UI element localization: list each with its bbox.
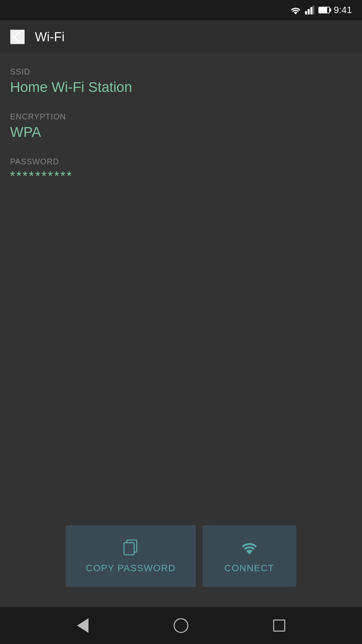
connect-button[interactable]: CONNECT bbox=[202, 525, 296, 587]
nav-home-icon bbox=[174, 618, 188, 633]
status-time: 9:41 bbox=[334, 5, 352, 15]
wifi-connect-icon bbox=[241, 539, 258, 556]
encryption-label: ENCRYPTION bbox=[10, 112, 352, 121]
navigation-bar bbox=[0, 607, 362, 644]
battery-icon bbox=[318, 7, 330, 13]
nav-back-button[interactable] bbox=[69, 612, 96, 639]
app-title: Wi-Fi bbox=[35, 30, 65, 44]
ssid-value: Home Wi-Fi Station bbox=[10, 79, 352, 95]
app-bar: Wi-Fi bbox=[0, 20, 362, 54]
signal-icon bbox=[305, 6, 314, 14]
encryption-group: ENCRYPTION WPA bbox=[10, 112, 352, 140]
status-icons: 9:41 bbox=[290, 5, 352, 15]
connect-label: CONNECT bbox=[224, 563, 274, 574]
password-value: ********** bbox=[10, 169, 352, 183]
svg-rect-3 bbox=[312, 6, 314, 14]
password-group: PASSWORD ********** bbox=[10, 157, 352, 183]
action-buttons: COPY PASSWORD CONNECT bbox=[0, 505, 362, 607]
encryption-value: WPA bbox=[10, 124, 352, 140]
nav-home-button[interactable] bbox=[168, 612, 194, 639]
copy-password-button[interactable]: COPY PASSWORD bbox=[66, 525, 195, 587]
ssid-group: SSID Home Wi-Fi Station bbox=[10, 67, 352, 95]
nav-recent-icon bbox=[273, 620, 285, 632]
svg-rect-2 bbox=[310, 7, 312, 14]
back-button[interactable] bbox=[10, 30, 25, 44]
password-label: PASSWORD bbox=[10, 157, 352, 166]
wifi-status-icon bbox=[290, 6, 301, 14]
content-area: SSID Home Wi-Fi Station ENCRYPTION WPA P… bbox=[0, 54, 362, 505]
svg-rect-0 bbox=[305, 11, 307, 14]
svg-rect-5 bbox=[124, 543, 134, 555]
copy-icon bbox=[122, 539, 139, 556]
back-arrow-icon bbox=[11, 30, 24, 44]
nav-back-icon bbox=[77, 618, 88, 633]
copy-password-label: COPY PASSWORD bbox=[86, 563, 175, 574]
ssid-label: SSID bbox=[10, 67, 352, 76]
nav-recent-button[interactable] bbox=[266, 612, 293, 639]
status-bar: 9:41 bbox=[0, 0, 362, 20]
svg-rect-1 bbox=[308, 9, 310, 14]
